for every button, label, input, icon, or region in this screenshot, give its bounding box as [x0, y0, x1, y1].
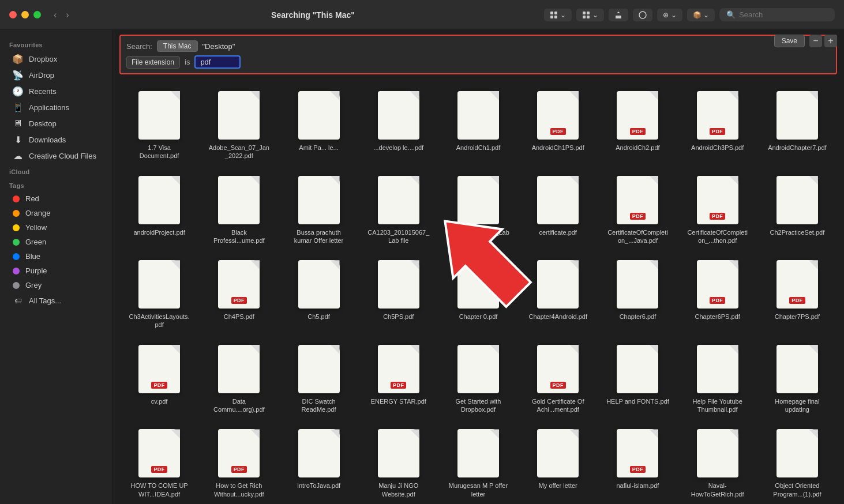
- forward-button[interactable]: ›: [62, 7, 72, 22]
- file-item[interactable]: PDFHOW TO COME UP WIT...IDEA.pdf: [122, 423, 197, 503]
- search-this-mac[interactable]: This Mac: [157, 40, 198, 52]
- file-item[interactable]: Amit Pa... le...: [281, 85, 356, 165]
- file-item[interactable]: PDFAndroidCh1PS.pdf: [520, 85, 595, 165]
- pdf-lines: [554, 179, 561, 221]
- file-item[interactable]: Adobe_Scan_07_Jan_2022.pdf: [201, 85, 276, 165]
- file-item[interactable]: Ch3ActivitiesLayouts.pdf: [122, 254, 197, 334]
- file-item[interactable]: Black Professi...ume.pdf: [201, 170, 276, 250]
- file-item[interactable]: PDFnafiul-islam.pdf: [600, 423, 675, 503]
- file-item[interactable]: CA1203_201015067_Lab file: [361, 170, 436, 250]
- file-name: CertificateOfCompletion_...Java.pdf: [606, 228, 669, 245]
- sidebar-item-purple[interactable]: Purple: [3, 264, 108, 278]
- pdf-lines: [475, 264, 482, 305]
- file-item[interactable]: PDFAndroidCh2.pdf: [600, 85, 675, 165]
- file-item[interactable]: Object Oriented Program...(1).pdf: [760, 423, 835, 503]
- pdf-lines: [395, 179, 402, 221]
- file-item[interactable]: ...develop le....pdf: [361, 85, 436, 165]
- file-item[interactable]: PDFChapter6PS.pdf: [680, 254, 755, 334]
- file-item[interactable]: 1.7 Visa Document.pdf: [122, 85, 197, 165]
- file-item[interactable]: PDFCertificateOfCompletion_...thon.pdf: [680, 170, 755, 250]
- back-button[interactable]: ‹: [50, 7, 60, 22]
- file-item[interactable]: Ch5.pdf: [281, 254, 356, 334]
- file-item[interactable]: Naval-HowToGetRich.pdf: [680, 423, 755, 503]
- file-item[interactable]: Murugesan M P offer letter: [441, 423, 516, 503]
- file-name: AndroidCh1PS.pdf: [532, 144, 584, 152]
- sidebar-item-all-tags[interactable]: 🏷 All Tags...: [3, 292, 108, 309]
- file-item[interactable]: Ch5PS.pdf: [361, 254, 436, 334]
- file-item[interactable]: Get Started with Dropbox.pdf: [441, 338, 516, 419]
- file-item[interactable]: AndroidCh1.pdf: [441, 85, 516, 165]
- file-item[interactable]: PDFHow to Get Rich Without...ucky.pdf: [201, 423, 276, 503]
- view-grid-button[interactable]: ⌄: [544, 9, 572, 21]
- file-icon-wrap: [612, 258, 663, 310]
- sidebar-item-label: Purple: [25, 266, 47, 275]
- file-item[interactable]: PDFCh4PS.pdf: [201, 254, 276, 334]
- file-item[interactable]: Manju Ji NGO Website.pdf: [361, 423, 436, 503]
- file-item[interactable]: Bussa prachuth kumar Offer letter: [281, 170, 356, 250]
- tag-button[interactable]: [633, 9, 652, 21]
- minimize-button[interactable]: [21, 11, 29, 18]
- file-item[interactable]: Data Commu....org).pdf: [201, 338, 276, 419]
- dropbox-icon: 📦: [13, 54, 23, 64]
- toolbar-tools: ⌄ ⌄ ⊕ ⌄ 📦 ⌄ 🔍: [544, 8, 835, 21]
- file-name: Murugesan M P offer letter: [447, 482, 510, 498]
- dropbox-button[interactable]: 📦 ⌄: [687, 9, 715, 21]
- close-button[interactable]: [9, 11, 17, 18]
- save-button[interactable]: Save: [774, 35, 805, 47]
- file-item[interactable]: PDFCertificateOfCompletion_...Java.pdf: [600, 170, 675, 250]
- sidebar-item-grey[interactable]: Grey: [3, 278, 108, 292]
- file-item[interactable]: Chapter 0.pdf: [441, 254, 516, 334]
- file-item[interactable]: Help File Youtube Thumbnail.pdf: [680, 338, 755, 419]
- search-bar[interactable]: 🔍: [719, 8, 835, 21]
- sidebar-item-yellow[interactable]: Yellow: [3, 220, 108, 235]
- add-filter-button[interactable]: +: [824, 35, 837, 47]
- share-button[interactable]: [609, 9, 628, 21]
- action-button[interactable]: ⊕ ⌄: [657, 9, 682, 21]
- pdf-lines: [316, 179, 322, 221]
- sidebar-item-dropbox[interactable]: 📦 Dropbox: [3, 51, 108, 67]
- file-item[interactable]: HELP and FONTS.pdf: [600, 338, 675, 419]
- file-item[interactable]: PDFcv.pdf: [122, 338, 197, 419]
- remove-filter-button[interactable]: −: [809, 35, 822, 47]
- file-item[interactable]: PDFENERGY STAR.pdf: [361, 338, 436, 419]
- file-item[interactable]: IntroToJava.pdf: [281, 423, 356, 503]
- file-item[interactable]: My offer letter: [520, 423, 595, 503]
- file-item[interactable]: CA1230-201...67_Lab Programs: [441, 170, 516, 250]
- sidebar-item-blue[interactable]: Blue: [3, 249, 108, 264]
- sidebar-item-label: Red: [25, 194, 39, 203]
- pdf-icon: PDF: [537, 345, 579, 393]
- filter-type-select[interactable]: File extension File name Kind: [126, 56, 180, 69]
- sidebar-item-label: Recents: [29, 87, 57, 96]
- sidebar-item-applications[interactable]: 📱 Applications: [3, 99, 108, 115]
- sidebar-item-downloads[interactable]: ⬇ Downloads: [3, 131, 108, 148]
- file-item[interactable]: AndroidChapter7.pdf: [760, 85, 835, 165]
- file-item[interactable]: PDFGold Certificate Of Achi...ment.pdf: [520, 338, 595, 419]
- file-item[interactable]: certificate.pdf: [520, 170, 595, 250]
- filter-value-input[interactable]: [194, 55, 241, 69]
- file-item[interactable]: PDFChapter7PS.pdf: [760, 254, 835, 334]
- file-icon-wrap: [213, 89, 265, 141]
- sidebar-item-green[interactable]: Green: [3, 235, 108, 249]
- file-item[interactable]: Chapter4Android.pdf: [520, 254, 595, 334]
- sidebar-item-red[interactable]: Red: [3, 191, 108, 206]
- sidebar-item-desktop[interactable]: 🖥 Desktop: [3, 115, 108, 131]
- sidebar-item-airdrop[interactable]: 📡 AirDrop: [3, 67, 108, 83]
- view-options-button[interactable]: ⌄: [576, 9, 604, 21]
- file-item[interactable]: androidProject.pdf: [122, 170, 197, 250]
- svg-rect-6: [583, 16, 586, 18]
- file-name: AndroidChapter7.pdf: [768, 144, 827, 152]
- search-input[interactable]: [739, 10, 828, 19]
- search-label: Search:: [126, 42, 152, 51]
- sidebar-item-recents[interactable]: 🕐 Recents: [3, 83, 108, 99]
- sidebar-item-creative-cloud[interactable]: ☁ Creative Cloud Files: [3, 148, 108, 164]
- file-item[interactable]: PDFAndroidCh3PS.pdf: [680, 85, 755, 165]
- file-item[interactable]: Ch2PracticeSet.pdf: [760, 170, 835, 250]
- file-item[interactable]: Homepage final updating: [760, 338, 835, 419]
- file-icon-wrap: [612, 343, 663, 395]
- file-item[interactable]: Chapter6.pdf: [600, 254, 675, 334]
- file-item[interactable]: DIC Swatch ReadMe.pdf: [281, 338, 356, 419]
- sidebar-item-orange[interactable]: Orange: [3, 206, 108, 220]
- maximize-button[interactable]: [33, 11, 41, 18]
- pdf-icon: [298, 345, 340, 393]
- pdf-badge: PDF: [710, 297, 725, 304]
